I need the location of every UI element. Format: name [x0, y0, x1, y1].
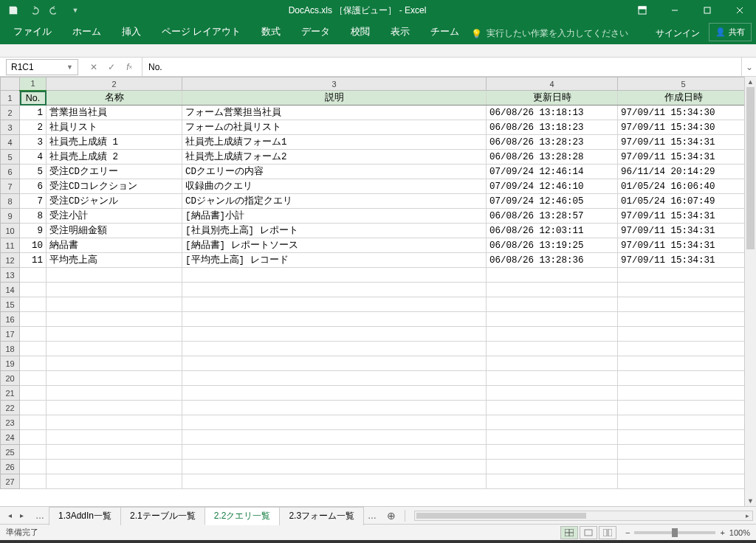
row-header[interactable]: 26: [1, 460, 20, 474]
row-header[interactable]: 5: [1, 150, 20, 165]
cell[interactable]: [47, 460, 182, 474]
ribbon-tab-5[interactable]: データ: [292, 21, 339, 44]
page-break-view-button[interactable]: [599, 526, 616, 539]
cell[interactable]: [487, 356, 618, 371]
cell[interactable]: 6: [20, 179, 47, 194]
column-header[interactable]: 4: [487, 77, 618, 91]
cell[interactable]: [487, 297, 618, 312]
cell[interactable]: [47, 415, 182, 430]
ribbon-tab-6[interactable]: 校閲: [342, 21, 379, 44]
cell[interactable]: [618, 312, 745, 327]
cell[interactable]: [487, 386, 618, 401]
cell[interactable]: [487, 371, 618, 386]
cell[interactable]: [47, 474, 182, 489]
row-header[interactable]: 27: [1, 474, 20, 489]
cell[interactable]: [20, 460, 47, 474]
cell[interactable]: 06/08/26 13:28:28: [487, 150, 618, 165]
cell[interactable]: 5: [20, 165, 47, 179]
cell[interactable]: 3: [20, 135, 47, 150]
cell[interactable]: 06/08/26 13:18:13: [487, 106, 618, 120]
expand-formula-bar-button[interactable]: ⌄: [741, 58, 756, 76]
cell[interactable]: 97/09/11 15:34:31: [618, 209, 745, 224]
cell[interactable]: [20, 430, 47, 445]
cell[interactable]: [平均売上高] レコード: [182, 253, 487, 268]
cell[interactable]: [20, 312, 47, 327]
cell[interactable]: 97/09/11 15:34:30: [618, 120, 745, 135]
cell[interactable]: [487, 283, 618, 297]
ribbon-display-options-button[interactable]: [626, 0, 659, 21]
cell[interactable]: CDクエリーの内容: [182, 165, 487, 179]
cell[interactable]: [20, 386, 47, 401]
row-header[interactable]: 2: [1, 106, 20, 120]
cell[interactable]: フォーム営業担当社員: [182, 106, 487, 120]
cell[interactable]: [47, 445, 182, 460]
select-all-cell[interactable]: [1, 77, 20, 91]
cell[interactable]: [487, 342, 618, 356]
zoom-level[interactable]: 100%: [729, 528, 750, 537]
row-header[interactable]: 16: [1, 312, 20, 327]
cell[interactable]: 06/08/26 13:19:25: [487, 238, 618, 253]
row-header[interactable]: 22: [1, 401, 20, 415]
cell[interactable]: [182, 312, 487, 327]
horizontal-scroll-thumb[interactable]: [416, 513, 586, 519]
scroll-right-arrow[interactable]: ▸: [742, 511, 752, 520]
cell[interactable]: 社員売上成績 1: [47, 135, 182, 150]
cell[interactable]: 更新日時: [487, 91, 618, 106]
cell[interactable]: [618, 268, 745, 283]
ribbon-tab-4[interactable]: 数式: [252, 21, 289, 44]
name-box[interactable]: R1C1 ▼: [6, 59, 78, 75]
cell[interactable]: [182, 342, 487, 356]
cell[interactable]: CDジャンルの指定クエリ: [182, 194, 487, 209]
cell[interactable]: [487, 401, 618, 415]
cell[interactable]: [20, 268, 47, 283]
cell[interactable]: 06/08/26 13:18:23: [487, 120, 618, 135]
cell[interactable]: [20, 474, 47, 489]
row-header[interactable]: 6: [1, 165, 20, 179]
redo-button[interactable]: [46, 1, 63, 19]
cell[interactable]: 作成日時: [618, 91, 745, 106]
cell[interactable]: [618, 386, 745, 401]
cell[interactable]: 受注CDコレクション: [47, 179, 182, 194]
cell[interactable]: [47, 386, 182, 401]
cell[interactable]: 96/11/14 20:14:29: [618, 165, 745, 179]
cell[interactable]: [487, 430, 618, 445]
cell[interactable]: [20, 371, 47, 386]
cell[interactable]: [20, 415, 47, 430]
row-header[interactable]: 23: [1, 415, 20, 430]
cell[interactable]: [20, 401, 47, 415]
row-header[interactable]: 10: [1, 224, 20, 238]
column-header[interactable]: 1: [20, 77, 47, 91]
share-button[interactable]: 👤共有: [709, 23, 752, 41]
row-header[interactable]: 9: [1, 209, 20, 224]
cell[interactable]: [納品書] レポートソース: [182, 238, 487, 253]
cell[interactable]: 97/09/11 15:34:31: [618, 238, 745, 253]
cell[interactable]: [618, 327, 745, 342]
cell[interactable]: 06/08/26 12:03:11: [487, 224, 618, 238]
cell[interactable]: 1: [20, 106, 47, 120]
cell[interactable]: 07/09/24 12:46:10: [487, 179, 618, 194]
vertical-scrollbar[interactable]: ▲ ▼: [744, 77, 756, 506]
tab-scroll-right-button[interactable]: ▸: [16, 511, 27, 519]
cell[interactable]: 受注CDジャンル: [47, 194, 182, 209]
cell[interactable]: [47, 283, 182, 297]
tab-scroll-first-button[interactable]: ◂: [4, 511, 15, 519]
row-header[interactable]: 19: [1, 356, 20, 371]
cell[interactable]: [47, 356, 182, 371]
cell[interactable]: [47, 430, 182, 445]
cell[interactable]: 社員売上成績フォーム1: [182, 135, 487, 150]
horizontal-scrollbar[interactable]: ◂ ▸: [414, 511, 753, 521]
cell[interactable]: [618, 445, 745, 460]
cell[interactable]: 収録曲のクエリ: [182, 179, 487, 194]
cell[interactable]: 受注明細金額: [47, 224, 182, 238]
cell[interactable]: [618, 371, 745, 386]
sheet-tab[interactable]: 2.2クエリ一覧: [205, 507, 281, 525]
column-header[interactable]: 2: [47, 77, 182, 91]
cell[interactable]: [618, 401, 745, 415]
row-header[interactable]: 24: [1, 430, 20, 445]
cell[interactable]: [487, 474, 618, 489]
cell[interactable]: 11: [20, 253, 47, 268]
cell[interactable]: 説明: [182, 91, 487, 106]
cell[interactable]: [182, 268, 487, 283]
cell[interactable]: [487, 327, 618, 342]
cell[interactable]: [618, 283, 745, 297]
